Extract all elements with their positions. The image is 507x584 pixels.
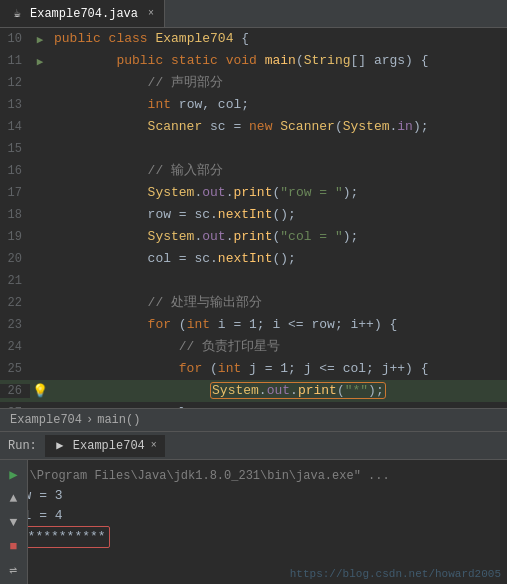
breadcrumb: Example704 › main() [0,408,507,432]
line-number: 23 [0,318,30,332]
line-content: row = sc.nextInt(); [50,204,507,226]
line-content: col = sc.nextInt(); [50,248,507,270]
code-line: 20 col = sc.nextInt(); [0,248,507,270]
code-line: 27 } [0,402,507,408]
line-number: 20 [0,252,30,266]
run-content: ▶ ▲ ▼ ■ ⇌ "D:\Program Files\Java\jdk1.8.… [0,460,507,584]
line-content: System.out.print("col = "); [50,226,507,248]
run-tab-close[interactable]: × [151,440,157,451]
code-line: 18 row = sc.nextInt(); [0,204,507,226]
bulb-icon: 💡 [32,383,48,399]
code-line: 14 Scanner sc = new Scanner(System.in); [0,116,507,138]
code-line: 26💡 System.out.print("*"); [0,380,507,402]
run-arrow-icon: ▶ [37,33,44,46]
code-line: 10▶public class Example704 { [0,28,507,50]
run-play-button[interactable]: ▶ [4,464,24,484]
output-stars: ************ [8,526,499,548]
line-content: for (int j = 1; j <= col; j++) { [50,358,507,380]
line-gutter: ▶ [30,33,50,46]
code-line: 17 System.out.print("row = "); [0,182,507,204]
code-line: 22 // 处理与输出部分 [0,292,507,314]
code-line: 15 [0,138,507,160]
line-gutter: 💡 [30,383,50,399]
line-number: 16 [0,164,30,178]
code-editor: 10▶public class Example704 {11▶ public s… [0,28,507,408]
run-tab-name: Example704 [73,439,145,453]
line-number: 12 [0,76,30,90]
code-line: 25 for (int j = 1; j <= col; j++) { [0,358,507,380]
line-content: // 负责打印星号 [50,336,507,358]
line-number: 11 [0,54,30,68]
output-col: col = 4 [8,506,499,526]
line-number: 25 [0,362,30,376]
line-content: public class Example704 { [50,28,507,50]
line-content: // 声明部分 [50,72,507,94]
line-number: 21 [0,274,30,288]
line-number: 13 [0,98,30,112]
tab-close-button[interactable]: × [148,8,154,19]
highlighted-code: System.out.print("*"); [210,382,386,399]
line-number: 24 [0,340,30,354]
line-content: System.out.print("row = "); [50,182,507,204]
run-down-button[interactable]: ▼ [4,512,24,532]
run-stop-button[interactable]: ■ [4,536,24,556]
line-number: 18 [0,208,30,222]
breadcrumb-file: Example704 [10,413,82,427]
run-up-button[interactable]: ▲ [4,488,24,508]
line-content: public static void main(String[] args) { [50,50,507,72]
run-tab-icon: ▶ [53,439,67,453]
line-content: int row, col; [50,94,507,116]
breadcrumb-method: main() [97,413,140,427]
line-content: System.out.print("*"); [50,380,507,402]
code-line: 19 System.out.print("col = "); [0,226,507,248]
line-number: 15 [0,142,30,156]
code-line: 12 // 声明部分 [0,72,507,94]
code-line: 23 for (int i = 1; i <= row; i++) { [0,314,507,336]
code-line: 13 int row, col; [0,94,507,116]
tab-bar: ☕ Example704.java × [0,0,507,28]
line-number: 14 [0,120,30,134]
code-line: 24 // 负责打印星号 [0,336,507,358]
line-content: for (int i = 1; i <= row; i++) { [50,314,507,336]
java-file-icon: ☕ [10,7,24,21]
run-arrow-icon: ▶ [37,55,44,68]
watermark: https://blog.csdn.net/howard2005 [290,568,501,580]
line-number: 26 [0,384,30,398]
line-gutter: ▶ [30,55,50,68]
line-number: 17 [0,186,30,200]
line-number: 10 [0,32,30,46]
run-toolbar: ▶ ▲ ▼ ■ ⇌ [0,460,28,584]
line-number: 27 [0,406,30,408]
file-tab[interactable]: ☕ Example704.java × [0,0,165,27]
line-content: // 处理与输出部分 [50,292,507,314]
run-output: "D:\Program Files\Java\jdk1.8.0_231\bin\… [0,460,507,584]
code-line: 21 [0,270,507,292]
code-line: 11▶ public static void main(String[] arg… [0,50,507,72]
line-number: 22 [0,296,30,310]
tab-filename: Example704.java [30,7,138,21]
run-redirect-button[interactable]: ⇌ [4,560,24,580]
output-path: "D:\Program Files\Java\jdk1.8.0_231\bin\… [8,466,499,486]
run-header: Run: ▶ Example704 × [0,432,507,460]
run-tab[interactable]: ▶ Example704 × [45,435,165,457]
output-row: row = 3 [8,486,499,506]
run-panel: Run: ▶ Example704 × ▶ ▲ ▼ ■ ⇌ "D:\Progra… [0,432,507,584]
line-content: Scanner sc = new Scanner(System.in); [50,116,507,138]
line-content: // 输入部分 [50,160,507,182]
run-label: Run: [8,439,37,453]
code-line: 16 // 输入部分 [0,160,507,182]
breadcrumb-separator: › [86,413,93,427]
line-number: 19 [0,230,30,244]
line-content: } [50,402,507,408]
